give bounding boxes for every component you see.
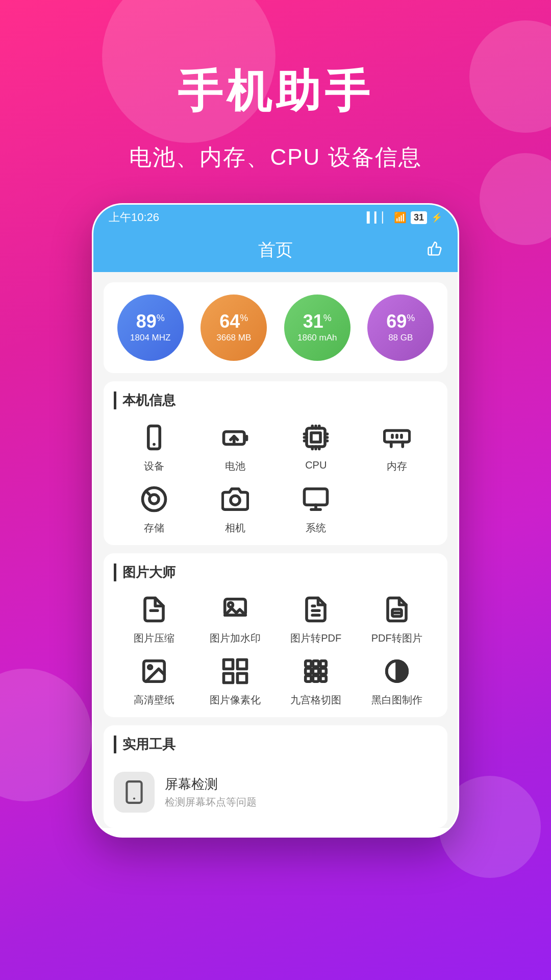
nav-title: 首页 bbox=[258, 238, 293, 262]
screen-detect-icon bbox=[114, 772, 155, 813]
svg-line-25 bbox=[146, 491, 149, 494]
svg-point-39 bbox=[148, 666, 152, 669]
stat-storage-percent: 69% bbox=[386, 312, 415, 331]
battery-menu-icon bbox=[217, 420, 253, 455]
cpu-icon bbox=[298, 420, 334, 455]
main-title: 手机助手 bbox=[0, 61, 551, 122]
wallpaper-icon bbox=[136, 653, 172, 689]
img-to-pdf-label: 图片转PDF bbox=[290, 631, 341, 645]
pdf-to-img-item[interactable]: PDF转图片 bbox=[357, 592, 438, 645]
battery-level: 31 bbox=[411, 211, 427, 224]
svg-rect-43 bbox=[237, 674, 246, 683]
svg-rect-4 bbox=[307, 428, 325, 447]
img-compress-label: 图片压缩 bbox=[134, 631, 174, 645]
storage-icon bbox=[136, 481, 172, 517]
system-item[interactable]: 系统 bbox=[276, 481, 357, 535]
screen-detect-sub: 检测屏幕坏点等问题 bbox=[165, 795, 257, 809]
stat-memory-value: 3668 MB bbox=[216, 333, 251, 343]
img-to-pdf-icon bbox=[298, 592, 334, 627]
img-watermark-label: 图片加水印 bbox=[210, 631, 261, 645]
pdf-to-img-icon bbox=[379, 592, 415, 627]
img-pixel-label: 图片像素化 bbox=[210, 693, 261, 707]
img-watermark-icon bbox=[217, 592, 253, 627]
stat-storage[interactable]: 69% 88 GB bbox=[367, 295, 434, 361]
img-bw-label: 黑白图制作 bbox=[371, 693, 422, 707]
header-area: 手机助手 电池、内存、CPU 设备信息 bbox=[0, 0, 551, 203]
img-bw-item[interactable]: 黑白图制作 bbox=[357, 653, 438, 707]
svg-point-26 bbox=[231, 496, 240, 505]
battery-item[interactable]: 电池 bbox=[195, 420, 276, 473]
memory-label: 内存 bbox=[387, 459, 407, 473]
cpu-label: CPU bbox=[305, 459, 327, 471]
stat-cpu-value: 1804 MHZ bbox=[130, 333, 170, 343]
svg-rect-51 bbox=[313, 676, 319, 681]
status-bar: 上午10:26 ▍▎▏ 📶 31 ⚡ bbox=[93, 205, 458, 230]
pdf-to-img-label: PDF转图片 bbox=[371, 631, 422, 645]
memory-item[interactable]: 内存 bbox=[357, 420, 438, 473]
status-right: ▍▎▏ 📶 31 ⚡ bbox=[367, 211, 442, 224]
img-to-pdf-item[interactable]: 图片转PDF bbox=[276, 592, 357, 645]
camera-item[interactable]: 相机 bbox=[195, 481, 276, 535]
section-image-title: 图片大师 bbox=[114, 564, 437, 581]
stat-battery-percent: 31% bbox=[303, 312, 332, 331]
stat-memory[interactable]: 64% 3668 MB bbox=[201, 295, 267, 361]
stat-cpu-percent: 89% bbox=[136, 312, 165, 331]
img-grid-label: 九宫格切图 bbox=[290, 693, 341, 707]
battery-icon: ⚡ bbox=[431, 212, 442, 223]
section-tools-title: 实用工具 bbox=[114, 736, 437, 753]
img-pixel-item[interactable]: 图片像素化 bbox=[195, 653, 276, 707]
camera-icon bbox=[217, 481, 253, 517]
img-bw-icon bbox=[379, 653, 415, 689]
svg-rect-55 bbox=[127, 781, 141, 803]
cpu-item[interactable]: CPU bbox=[276, 420, 357, 473]
stat-battery-value: 1860 mAh bbox=[297, 333, 337, 343]
device-label: 设备 bbox=[144, 459, 164, 473]
device-item[interactable]: 设备 bbox=[114, 420, 195, 473]
system-label: 系统 bbox=[306, 521, 326, 535]
sub-title: 电池、内存、CPU 设备信息 bbox=[0, 142, 551, 173]
phone-content: 89% 1804 MHZ 64% 3668 MB 31% 1860 mAh 69… bbox=[93, 272, 458, 828]
svg-rect-44 bbox=[306, 661, 311, 667]
section-image-master: 图片大师 图片压缩 bbox=[104, 553, 447, 717]
svg-rect-42 bbox=[223, 674, 233, 683]
bg-decoration-4 bbox=[0, 669, 92, 801]
phone-mockup: 上午10:26 ▍▎▏ 📶 31 ⚡ 首页 89% 1804 MHZ bbox=[92, 203, 459, 838]
storage-label: 存储 bbox=[144, 521, 164, 535]
img-grid-icon bbox=[298, 653, 334, 689]
img-pixel-icon bbox=[217, 653, 253, 689]
stat-cpu[interactable]: 89% 1804 MHZ bbox=[117, 295, 184, 361]
svg-point-33 bbox=[228, 603, 233, 607]
like-button[interactable] bbox=[427, 241, 442, 260]
screen-detect-label: 屏幕检测 bbox=[165, 775, 257, 793]
device-icon bbox=[136, 420, 172, 455]
wallpaper-item[interactable]: 高清壁纸 bbox=[114, 653, 195, 707]
nav-bar: 首页 bbox=[93, 230, 458, 272]
section-device-title: 本机信息 bbox=[114, 391, 437, 409]
img-grid-item[interactable]: 九宫格切图 bbox=[276, 653, 357, 707]
section-device-info: 本机信息 设备 bbox=[104, 381, 447, 545]
svg-rect-50 bbox=[306, 676, 311, 681]
section-tools: 实用工具 屏幕检测 检测屏幕坏点等问题 bbox=[104, 725, 447, 828]
svg-rect-5 bbox=[311, 433, 320, 442]
wallpaper-label: 高清壁纸 bbox=[134, 693, 174, 707]
system-icon bbox=[298, 481, 334, 517]
image-icon-grid: 图片压缩 图片加水印 bbox=[114, 592, 437, 707]
svg-rect-48 bbox=[313, 668, 319, 674]
svg-rect-40 bbox=[223, 660, 233, 669]
svg-rect-52 bbox=[320, 676, 326, 681]
svg-point-24 bbox=[149, 495, 159, 504]
wifi-icon: 📶 bbox=[394, 211, 407, 224]
screen-detect-item[interactable]: 屏幕检测 检测屏幕坏点等问题 bbox=[114, 764, 437, 818]
img-watermark-item[interactable]: 图片加水印 bbox=[195, 592, 276, 645]
img-compress-item[interactable]: 图片压缩 bbox=[114, 592, 195, 645]
stats-row: 89% 1804 MHZ 64% 3668 MB 31% 1860 mAh 69… bbox=[104, 282, 447, 373]
screen-detect-text: 屏幕检测 检测屏幕坏点等问题 bbox=[165, 775, 257, 809]
device-icon-grid: 设备 电池 bbox=[114, 420, 437, 535]
svg-rect-47 bbox=[306, 668, 311, 674]
storage-item[interactable]: 存储 bbox=[114, 481, 195, 535]
camera-label: 相机 bbox=[225, 521, 245, 535]
svg-rect-49 bbox=[320, 668, 326, 674]
stat-battery[interactable]: 31% 1860 mAh bbox=[284, 295, 350, 361]
stat-storage-value: 88 GB bbox=[388, 333, 413, 343]
battery-label: 电池 bbox=[225, 459, 245, 473]
